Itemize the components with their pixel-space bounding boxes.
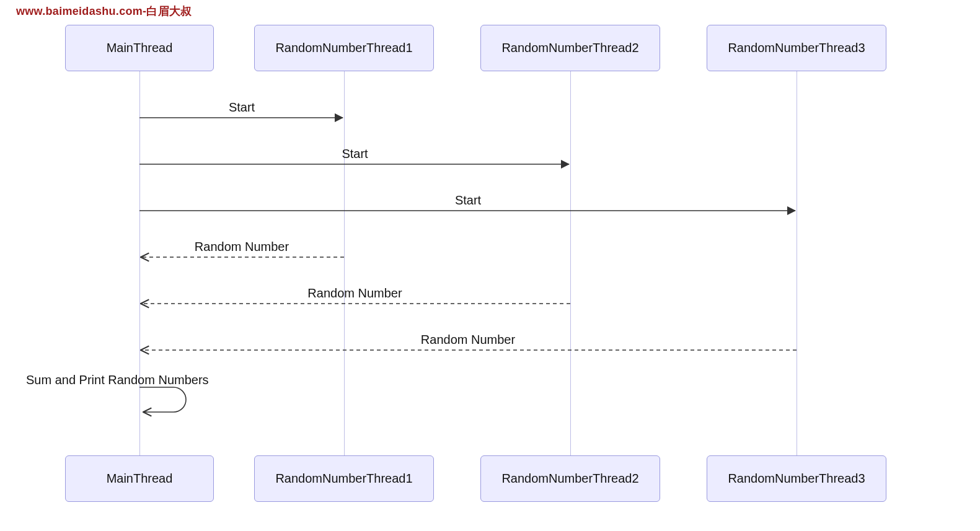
participant-t1-top: RandomNumberThread1 — [254, 25, 434, 71]
participant-label: RandomNumberThread2 — [501, 41, 638, 55]
participant-label: RandomNumberThread3 — [728, 472, 865, 486]
sequence-arrows — [0, 0, 980, 531]
participant-main-top: MainThread — [65, 25, 214, 71]
self-message-label: Sum and Print Random Numbers — [26, 373, 209, 387]
participant-t3-bottom: RandomNumberThread3 — [707, 455, 886, 502]
participant-label: RandomNumberThread1 — [275, 41, 412, 55]
participant-label: MainThread — [107, 41, 173, 55]
lifeline-main — [139, 71, 140, 455]
self-message-loop — [139, 387, 186, 412]
participant-label: RandomNumberThread2 — [501, 472, 638, 486]
lifeline-t2 — [570, 71, 571, 455]
participant-t2-top: RandomNumberThread2 — [480, 25, 660, 71]
participant-t1-bottom: RandomNumberThread1 — [254, 455, 434, 502]
participant-main-bottom: MainThread — [65, 455, 214, 502]
participant-label: RandomNumberThread1 — [275, 472, 412, 486]
message-label: Start — [455, 193, 481, 208]
participant-t3-top: RandomNumberThread3 — [707, 25, 886, 71]
message-label: Random Number — [421, 333, 515, 347]
participant-label: RandomNumberThread3 — [728, 41, 865, 55]
message-label: Start — [342, 147, 368, 161]
lifeline-t3 — [797, 71, 797, 455]
message-label: Start — [229, 100, 255, 115]
message-label: Random Number — [195, 240, 289, 254]
lifeline-t1 — [344, 71, 345, 455]
message-label: Random Number — [307, 286, 402, 301]
participant-t2-bottom: RandomNumberThread2 — [480, 455, 660, 502]
watermark-text: www.baimeidashu.com-白眉大叔 — [16, 4, 192, 19]
participant-label: MainThread — [107, 472, 173, 486]
